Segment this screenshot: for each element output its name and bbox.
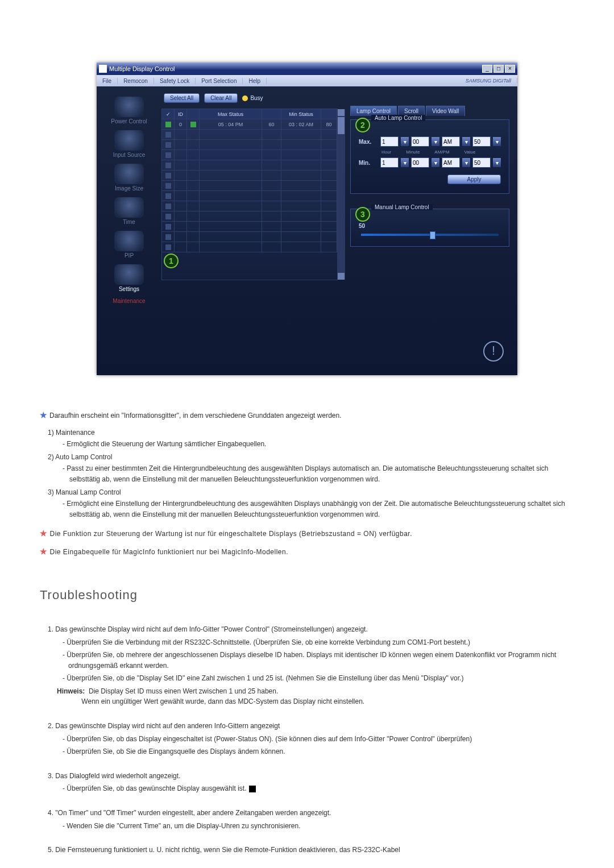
busy-indicator: Busy xyxy=(242,95,263,101)
max-minute[interactable]: 00 xyxy=(411,136,429,147)
menu-bar: File Remocon Safety Lock Port Selection … xyxy=(97,75,517,86)
max-hour[interactable]: 1 xyxy=(380,136,399,147)
title-bar: Multiple Display Control _ □ × xyxy=(97,63,517,75)
ts-4-a: - Wenden Sie die "Current Time" an, um d… xyxy=(63,821,574,832)
auto-lamp-title: Auto Lamp Control xyxy=(371,115,425,121)
row-check[interactable] xyxy=(165,122,171,127)
item-1-head: 1) Maintenance xyxy=(48,427,574,438)
sidebar-item-pip[interactable]: PIP xyxy=(99,231,159,259)
chevron-down-icon[interactable]: ▾ xyxy=(462,158,470,167)
chevron-down-icon[interactable]: ▾ xyxy=(462,137,470,146)
warning-icon: ! xyxy=(483,341,504,362)
sidebar-item-time[interactable]: Time xyxy=(99,197,159,225)
ts-2-head: 2. Das gewünschte Display wird nicht auf… xyxy=(48,721,574,732)
ts-2-b: - Überprüfen Sie, ob Sie die Eingangsque… xyxy=(63,746,574,757)
note-2: Die Eingabequelle für MagicInfo funktion… xyxy=(50,548,289,556)
menu-remocon[interactable]: Remocon xyxy=(118,78,154,84)
chevron-down-icon[interactable]: ▾ xyxy=(401,158,409,167)
table-row[interactable]: 0 05 : 04 PM 60 03 : 02 AM 80 xyxy=(162,119,337,130)
ts-1-b: - Überprüfen Sie, ob mehrere der angesch… xyxy=(63,650,574,671)
menu-help[interactable]: Help xyxy=(243,78,267,84)
ts-3-a: - Überprüfen Sie, ob das gewünschte Disp… xyxy=(63,783,574,794)
app-icon xyxy=(99,65,107,73)
col-status-icon xyxy=(187,109,200,119)
manual-lamp-panel: 3 Manual Lamp Control 50 xyxy=(350,209,509,247)
callout-3-badge: 3 xyxy=(355,207,370,222)
chevron-down-icon[interactable]: ▾ xyxy=(493,158,501,167)
auto-max-row: Max. 1▾ 00▾ AM▾ 50▾ xyxy=(359,136,501,147)
note-1: Die Funktion zur Steuerung der Wartung i… xyxy=(50,530,413,538)
maximize-button[interactable]: □ xyxy=(493,65,504,73)
ts-1-hint: Hinweis: Die Display Set ID muss einen W… xyxy=(57,686,574,707)
apply-button[interactable]: Apply xyxy=(447,175,501,184)
minimize-button[interactable]: _ xyxy=(482,65,492,73)
max-value[interactable]: 50 xyxy=(472,136,491,147)
row-status-icon xyxy=(190,122,196,127)
sidebar-item-image[interactable]: Image Size xyxy=(99,164,159,192)
chevron-down-icon[interactable]: ▾ xyxy=(432,158,439,167)
item-1-desc: - Ermöglicht die Steuerung der Wartung s… xyxy=(63,439,574,450)
callout-2-badge: 2 xyxy=(355,118,370,132)
close-button[interactable]: × xyxy=(505,65,515,73)
sidebar-item-input[interactable]: Input Source xyxy=(99,130,159,158)
ts-3-head: 3. Das Dialogfeld wird wiederholt angeze… xyxy=(48,771,574,782)
sidebar: Power Control Input Source Image Size Ti… xyxy=(97,86,161,375)
star-icon: ★ xyxy=(40,547,48,556)
mid-panel: Select All Clear All Busy ✓ ID Max Statu… xyxy=(161,86,338,375)
window-title: Multiple Display Control xyxy=(109,65,175,72)
callout-1-badge: 1 xyxy=(164,254,179,268)
select-all-button[interactable]: Select All xyxy=(164,93,200,103)
ts-5-head: 5. Die Fernsteuerung funktioniert u. U. … xyxy=(48,845,574,855)
menu-port-selection[interactable]: Port Selection xyxy=(196,78,243,84)
min-value[interactable]: 50 xyxy=(472,157,491,168)
clear-all-button[interactable]: Clear All xyxy=(204,93,238,103)
ts-2-a: - Überprüfen Sie, ob das Display eingesc… xyxy=(63,734,574,745)
ts-1-head: 1. Das gewünschte Display wird nicht auf… xyxy=(48,624,574,635)
right-panel: Lamp Control Scroll Video Wall 2 Auto La… xyxy=(338,86,517,375)
star-icon: ★ xyxy=(40,410,47,420)
min-hour[interactable]: 1 xyxy=(380,157,399,168)
col-check: ✓ xyxy=(162,109,175,119)
ts-1-a: - Überprüfen Sie die Verbindung mit der … xyxy=(63,637,574,648)
troubleshooting-title: Troubleshooting xyxy=(40,585,574,605)
manual-slider[interactable] xyxy=(361,234,499,236)
max-ampm[interactable]: AM xyxy=(442,136,460,147)
app-window: Multiple Display Control _ □ × File Remo… xyxy=(97,63,517,375)
col-min: Min Status xyxy=(281,109,321,119)
item-3-head: 3) Manual Lamp Control xyxy=(48,487,574,498)
chevron-down-icon[interactable]: ▾ xyxy=(493,137,501,146)
item-2-head: 2) Auto Lamp Control xyxy=(48,452,574,463)
item-3-desc: - Ermöglicht eine Einstellung der Hinter… xyxy=(63,499,574,520)
display-table: ✓ ID Max Status Min Status 0 05 : 04 PM … xyxy=(161,109,338,280)
star-icon: ★ xyxy=(40,529,48,538)
menu-file[interactable]: File xyxy=(97,78,118,84)
menu-safety-lock[interactable]: Safety Lock xyxy=(154,78,196,84)
black-square-icon xyxy=(249,786,256,792)
min-ampm[interactable]: AM xyxy=(442,157,460,168)
manual-lamp-title: Manual Lamp Control xyxy=(371,204,433,210)
col-labels: Hour Minute AM/PM Value xyxy=(381,149,501,155)
col-max: Max Status xyxy=(200,109,262,119)
chevron-down-icon[interactable]: ▾ xyxy=(432,137,439,146)
auto-min-row: Min. 1▾ 00▾ AM▾ 50▾ xyxy=(359,157,501,168)
document-body: ★Daraufhin erscheint ein "Informationsgi… xyxy=(40,409,574,855)
item-2-desc: - Passt zu einer bestimmten Zeit die Hin… xyxy=(63,463,574,484)
manual-value: 50 xyxy=(359,223,501,229)
auto-lamp-panel: 2 Auto Lamp Control Max. 1▾ 00▾ AM▾ 50▾ … xyxy=(350,119,509,194)
col-id: ID xyxy=(175,109,187,119)
min-minute[interactable]: 00 xyxy=(411,157,429,168)
sidebar-item-settings[interactable]: Settings xyxy=(99,264,159,292)
sidebar-item-maintenance[interactable]: Maintenance xyxy=(99,298,159,304)
ts-1-c: - Überprüfen Sie, ob die "Display Set ID… xyxy=(63,673,574,684)
tab-video-wall[interactable]: Video Wall xyxy=(426,106,465,116)
brand-label: SAMSUNG DIGITall xyxy=(460,78,517,84)
intro-text: Daraufhin erscheint ein "Informationsgit… xyxy=(49,412,341,420)
sidebar-item-power[interactable]: Power Control xyxy=(99,97,159,124)
ts-4-head: 4. "On Timer" und "Off Timer" wurden ein… xyxy=(48,808,574,819)
chevron-down-icon[interactable]: ▾ xyxy=(401,137,409,146)
